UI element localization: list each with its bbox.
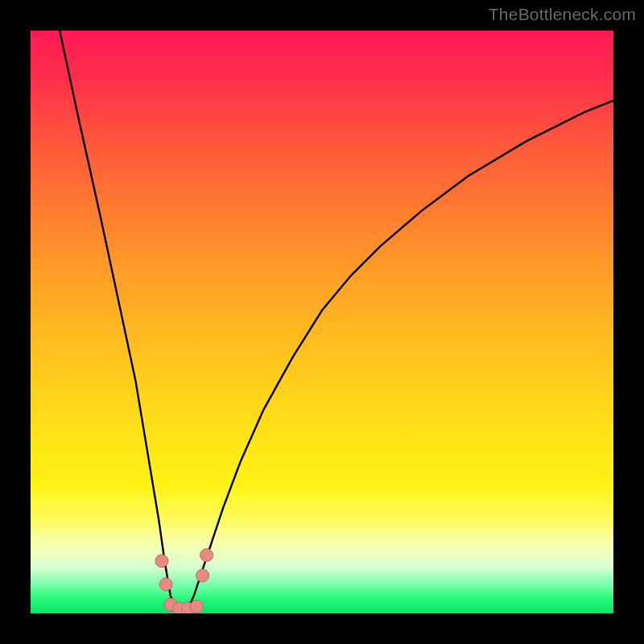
chart-frame: TheBottleneck.com <box>0 0 644 644</box>
chart-plot-area <box>31 31 613 613</box>
bottleneck-chart-svg <box>31 31 613 613</box>
watermark-text: TheBottleneck.com <box>489 5 636 24</box>
bottleneck-curve-path <box>60 31 613 610</box>
marker-group <box>155 549 213 613</box>
marker-bottom-right <box>190 600 203 613</box>
marker-right-cluster-upper <box>200 549 213 562</box>
marker-left-cluster-lower <box>159 578 172 591</box>
marker-left-cluster-upper <box>155 555 168 568</box>
marker-right-cluster-lower <box>196 569 209 582</box>
